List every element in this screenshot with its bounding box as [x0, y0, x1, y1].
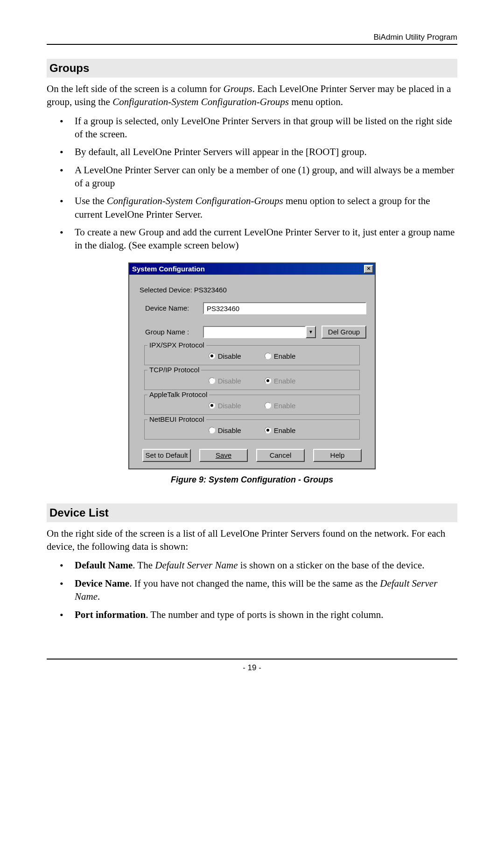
del-group-button[interactable]: Del Group — [322, 326, 366, 339]
device-name-row: Device Name: PS323460 — [138, 302, 366, 314]
dialog-titlebar: System Configuration × — [129, 263, 375, 275]
header-program-name: BiAdmin Utility Program — [47, 33, 457, 42]
radio-icon — [209, 377, 215, 384]
text-bold: Port information — [75, 609, 146, 620]
device-list-intro: On the right side of the screen is a lis… — [47, 527, 457, 553]
device-name-input[interactable]: PS323460 — [203, 302, 366, 314]
groups-bullet-list: If a group is selected, only LevelOne Pr… — [47, 114, 457, 252]
device-list-bullets: Default Name. The Default Server Name is… — [47, 559, 457, 621]
text: is shown on a sticker on the base of the… — [238, 560, 425, 571]
save-button[interactable]: Save — [199, 449, 248, 462]
help-button[interactable]: Help — [313, 449, 362, 462]
list-item: Device Name. If you have not changed the… — [70, 577, 457, 603]
text-bold: Device Name — [75, 578, 129, 589]
radio-icon — [265, 427, 271, 433]
dialog-title: System Configuration — [132, 265, 205, 273]
radio-icon — [209, 353, 215, 359]
radio-label: Enable — [274, 402, 296, 410]
dialog-button-row: Set to Default Save Cancel Help — [138, 449, 366, 462]
ipx-spx-groupbox: IPX/SPX Protocol Disable Enable — [144, 345, 360, 365]
close-icon: × — [367, 265, 371, 272]
device-name-label: Device Name: — [138, 304, 203, 312]
list-item: If a group is selected, only LevelOne Pr… — [70, 114, 457, 141]
group-name-combo[interactable]: ▼ — [203, 326, 316, 338]
radio-label: Enable — [274, 426, 296, 434]
list-item: A LevelOne Printer Server can only be a … — [70, 163, 457, 190]
save-button-label: Save — [216, 451, 231, 459]
group-name-row: Group Name : ▼ Del Group — [138, 326, 366, 339]
text: . The — [133, 560, 155, 571]
text: On the left side of the screen is a colu… — [47, 83, 223, 94]
dialog-wrapper: System Configuration × Selected Device: … — [47, 262, 457, 469]
group-name-input[interactable] — [203, 326, 306, 338]
netbeui-groupbox: NetBEUI Protocol Disable Enable — [144, 419, 360, 440]
radio-icon — [265, 402, 271, 409]
list-item: To create a new Group and add the curren… — [70, 226, 457, 252]
list-item: Use the Configuration-System Configurati… — [70, 194, 457, 221]
ipx-disable-radio[interactable]: Disable — [209, 352, 241, 360]
appletalk-disable-radio: Disable — [209, 402, 241, 410]
radio-label: Disable — [218, 402, 241, 410]
netbeui-disable-radio[interactable]: Disable — [209, 426, 241, 434]
radio-icon — [265, 353, 271, 359]
footer-rule — [47, 659, 457, 660]
text: Use the — [75, 195, 107, 206]
radio-label: Disable — [218, 352, 241, 360]
page-number: - 19 - — [47, 663, 457, 673]
section-heading-device-list: Device List — [47, 504, 457, 522]
radio-icon — [209, 427, 215, 433]
header-rule — [47, 44, 457, 45]
section-heading-groups: Groups — [47, 59, 457, 78]
radio-label: Disable — [218, 426, 241, 434]
chevron-down-icon: ▼ — [308, 329, 313, 334]
list-item: Port information. The number and type of… — [70, 608, 457, 621]
text: Selected Device: — [140, 286, 194, 294]
system-configuration-dialog: System Configuration × Selected Device: … — [128, 262, 376, 469]
text-bold: Default Name — [75, 560, 133, 571]
close-button[interactable]: × — [364, 265, 373, 273]
radio-icon — [265, 377, 271, 384]
tcpip-enable-radio: Enable — [265, 377, 296, 385]
selected-device-label: Selected Device: PS323460 — [138, 286, 366, 294]
text-italic: Configuration-System Configuration-Group… — [112, 96, 289, 107]
netbeui-enable-radio[interactable]: Enable — [265, 426, 296, 434]
groupbox-legend: IPX/SPX Protocol — [147, 341, 206, 349]
groupbox-legend: TCP/IP Protocol — [147, 366, 201, 374]
text: . — [98, 591, 100, 602]
appletalk-groupbox: AppleTalk Protocol Disable Enable — [144, 395, 360, 415]
text: . If you have not changed the name, this… — [129, 578, 380, 589]
radio-label: Disable — [218, 377, 241, 385]
groupbox-legend: NetBEUI Protocol — [147, 415, 206, 423]
group-name-label: Group Name : — [138, 328, 203, 336]
text: menu option. — [289, 96, 343, 107]
tcpip-groupbox: TCP/IP Protocol Disable Enable — [144, 370, 360, 390]
list-item: Default Name. The Default Server Name is… — [70, 559, 457, 572]
appletalk-enable-radio: Enable — [265, 402, 296, 410]
text: . The number and type of ports is shown … — [146, 609, 383, 620]
dialog-body: Selected Device: PS323460 Device Name: P… — [129, 275, 375, 468]
text-italic: Default Server Name — [155, 560, 238, 571]
selected-device-value: PS323460 — [194, 286, 227, 294]
cancel-button[interactable]: Cancel — [256, 449, 305, 462]
radio-label: Enable — [274, 352, 296, 360]
text-italic: Configuration-System Configuration-Group… — [107, 195, 283, 206]
text-italic: Groups — [223, 83, 252, 94]
figure-caption: Figure 9: System Configuration - Groups — [47, 475, 457, 485]
list-item: By default, all LevelOne Printer Servers… — [70, 145, 457, 158]
tcpip-disable-radio: Disable — [209, 377, 241, 385]
groups-intro-paragraph: On the left side of the screen is a colu… — [47, 82, 457, 109]
groupbox-legend: AppleTalk Protocol — [147, 390, 209, 398]
ipx-enable-radio[interactable]: Enable — [265, 352, 296, 360]
radio-label: Enable — [274, 377, 296, 385]
set-to-default-button[interactable]: Set to Default — [142, 449, 191, 462]
dropdown-button[interactable]: ▼ — [306, 326, 316, 338]
radio-icon — [209, 402, 215, 409]
